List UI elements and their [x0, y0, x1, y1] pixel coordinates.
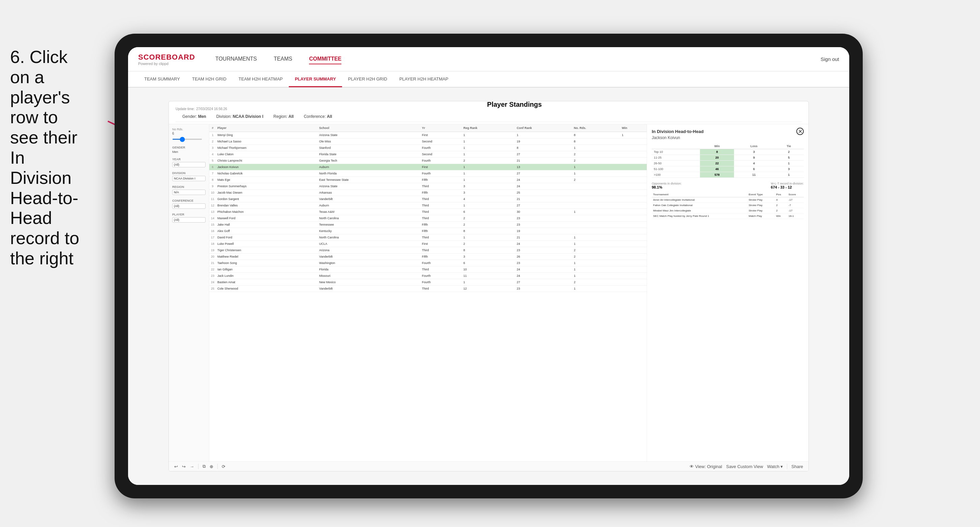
- h2h-row: 11-25 20 9 5: [652, 155, 804, 160]
- toolbar-paste[interactable]: ⊕: [210, 464, 213, 469]
- table-row[interactable]: 8 Mats Ege East Tennessee State Fifth 1 …: [209, 177, 647, 183]
- cell-player: Cole Sherwood: [216, 286, 318, 292]
- sub-nav-player-summary[interactable]: PLAYER SUMMARY: [289, 72, 342, 87]
- col-rank: #: [209, 124, 216, 132]
- nav-sign-out[interactable]: Sign out: [821, 56, 839, 62]
- table-row[interactable]: 18 Luke Powell UCLA First 2 24 1: [209, 241, 647, 247]
- table-row[interactable]: 24 Bastien Amat New Mexico Fourth 1 27 2: [209, 279, 647, 286]
- cell-reg-rank: 2: [462, 241, 515, 247]
- no-rds-slider[interactable]: [172, 139, 202, 140]
- division-dropdown[interactable]: NCAA Division I: [172, 176, 205, 181]
- h2h-cell-label: Top 10: [652, 149, 700, 155]
- cell-rank: 5: [209, 157, 216, 164]
- cell-conf-rank: 19: [515, 228, 572, 234]
- table-row[interactable]: 10 Jacob Mac Diesen Arkansas Fifth 3 25: [209, 190, 647, 196]
- cell-school: Florida: [318, 267, 421, 273]
- cell-no-rds: 1: [573, 164, 620, 170]
- cell-rank: 2: [209, 138, 216, 145]
- tournament-cell-name: Amer Ari Intercollegiate Invitational: [652, 197, 747, 203]
- h2h-close-button[interactable]: ✕: [796, 128, 804, 135]
- table-row[interactable]: 3 Michael Thorbjornsen Stanford Fourth 1…: [209, 145, 647, 151]
- table-row[interactable]: 17 David Ford North Carolina Third 1 21 …: [209, 234, 647, 241]
- table-row[interactable]: 7 Nicholas Gabrelcik North Florida Fourt…: [209, 170, 647, 177]
- cell-player: Brendan Valles: [216, 202, 318, 209]
- cell-no-rds: [573, 202, 620, 209]
- table-row[interactable]: 6 Jackson Koivun Auburn First 1 13 1: [209, 164, 647, 170]
- cell-win: [620, 215, 647, 222]
- tablet-screen: SCOREBOARD Powered by clippd TOURNAMENTS…: [128, 47, 849, 485]
- cell-conf-rank: 27: [515, 202, 572, 209]
- table-row[interactable]: 5 Christo Lamprecht Georgia Tech Fourth …: [209, 157, 647, 164]
- sub-nav-player-h2h-grid[interactable]: PLAYER H2H GRID: [342, 72, 393, 87]
- toolbar-share[interactable]: Share: [791, 464, 803, 469]
- cell-yr: Fourth: [421, 273, 462, 279]
- table-row[interactable]: 21 Taehoon Song Washington Fourth 6 23 1: [209, 260, 647, 267]
- table-row[interactable]: 12 Brendan Valles Auburn Third 1 27: [209, 202, 647, 209]
- table-header-row: # Player School Yr Reg Rank Conf Rank No…: [209, 124, 647, 132]
- table-row[interactable]: 9 Preston Summerhays Arizona State Third…: [209, 183, 647, 190]
- cell-no-rds: [573, 190, 620, 196]
- region-dropdown[interactable]: N/A: [172, 190, 205, 195]
- table-row[interactable]: 19 Tiger Christensen Arizona Third 8 23 …: [209, 247, 647, 254]
- cell-reg-rank: 1: [462, 151, 515, 157]
- sidebar-filters: No Rds. 6 Gender Men Year: [169, 124, 209, 461]
- table-row[interactable]: 1 Wenyi Ding Arizona State First 1 1 8 1: [209, 132, 647, 138]
- cell-reg-rank: 4: [462, 196, 515, 202]
- table-row[interactable]: 13 Phichaksn Maichon Texas A&M Third 6 3…: [209, 209, 647, 215]
- toolbar-save-custom[interactable]: Save Custom View: [726, 464, 763, 469]
- filter-region: Region: All: [273, 114, 294, 119]
- conference-filter: Conference (All): [172, 199, 205, 209]
- conference-dropdown[interactable]: (All): [172, 203, 205, 209]
- cell-player: Gordon Sargent: [216, 196, 318, 202]
- gender-filter-label: Gender: [172, 146, 205, 149]
- cell-no-rds: [573, 183, 620, 190]
- h2h-col-loss: Loss: [734, 143, 774, 149]
- sub-nav-team-h2h-grid[interactable]: TEAM H2H GRID: [186, 72, 232, 87]
- table-row[interactable]: 14 Maxwell Ford North Carolina Third 2 2…: [209, 215, 647, 222]
- cell-yr: First: [421, 164, 462, 170]
- cell-win: [620, 138, 647, 145]
- table-row[interactable]: 16 Alex Goff Kentucky Fifth 8 19: [209, 228, 647, 234]
- table-row[interactable]: 4 Luke Claton Florida State Second 1 27 …: [209, 151, 647, 157]
- toolbar-watch[interactable]: Watch ▾: [767, 464, 783, 469]
- sub-nav-team-h2h-heatmap[interactable]: TEAM H2H HEATMAP: [232, 72, 289, 87]
- table-row[interactable]: 20 Matthew Riedel Vanderbilt Fifth 3 26 …: [209, 254, 647, 260]
- cell-yr: Third: [421, 209, 462, 215]
- toolbar-view-original[interactable]: 👁 View: Original: [689, 464, 722, 469]
- table-row[interactable]: 15 Jake Hall Tennessee Fifth 2 23: [209, 222, 647, 228]
- table-row[interactable]: 22 Ian Gilligan Florida Third 10 24 1: [209, 267, 647, 273]
- cell-no-rds: 2: [573, 254, 620, 260]
- table-row[interactable]: 2 Michael La Sasso Ole Miss Second 1 19 …: [209, 138, 647, 145]
- tournament-col-type: Event Type: [747, 192, 775, 197]
- cell-no-rds: [573, 196, 620, 202]
- cell-rank: 11: [209, 196, 216, 202]
- sub-nav-player-h2h-heatmap[interactable]: PLAYER H2H HEATMAP: [393, 72, 454, 87]
- cell-player: Jake Hall: [216, 222, 318, 228]
- nav-tournaments[interactable]: TOURNAMENTS: [215, 54, 257, 64]
- cell-yr: Third: [421, 234, 462, 241]
- cell-player: Luke Powell: [216, 241, 318, 247]
- sub-nav-team-summary[interactable]: TEAM SUMMARY: [138, 72, 186, 87]
- cell-yr: First: [421, 241, 462, 247]
- table-row[interactable]: 25 Cole Sherwood Vanderbilt Third 12 23 …: [209, 286, 647, 292]
- cell-conf-rank: 21: [515, 234, 572, 241]
- tournament-cell-type: Match Play: [747, 213, 775, 219]
- cell-player: Jacob Mac Diesen: [216, 190, 318, 196]
- year-filter-label: Year: [172, 157, 205, 161]
- toolbar-forward[interactable]: →: [190, 464, 194, 469]
- panel-title: Player Standings: [227, 101, 802, 108]
- year-dropdown[interactable]: (All): [172, 162, 205, 167]
- cell-win: [620, 222, 647, 228]
- table-row[interactable]: 23 Jack Lundin Missouri Fourth 11 24 1: [209, 273, 647, 279]
- nav-teams[interactable]: TEAMS: [274, 54, 292, 64]
- player-dropdown[interactable]: (All): [172, 217, 205, 222]
- nav-committee[interactable]: COMMITTEE: [309, 54, 341, 64]
- cell-reg-rank: 1: [462, 177, 515, 183]
- table-row[interactable]: 11 Gordon Sargent Vanderbilt Third 4 21: [209, 196, 647, 202]
- toolbar-redo[interactable]: ↪: [182, 464, 186, 469]
- cell-school: Auburn: [318, 202, 421, 209]
- toolbar-copy[interactable]: ⧉: [202, 464, 205, 469]
- toolbar-undo[interactable]: ↩: [174, 464, 178, 469]
- col-win: Win: [620, 124, 647, 132]
- toolbar-refresh[interactable]: ⟳: [222, 464, 226, 469]
